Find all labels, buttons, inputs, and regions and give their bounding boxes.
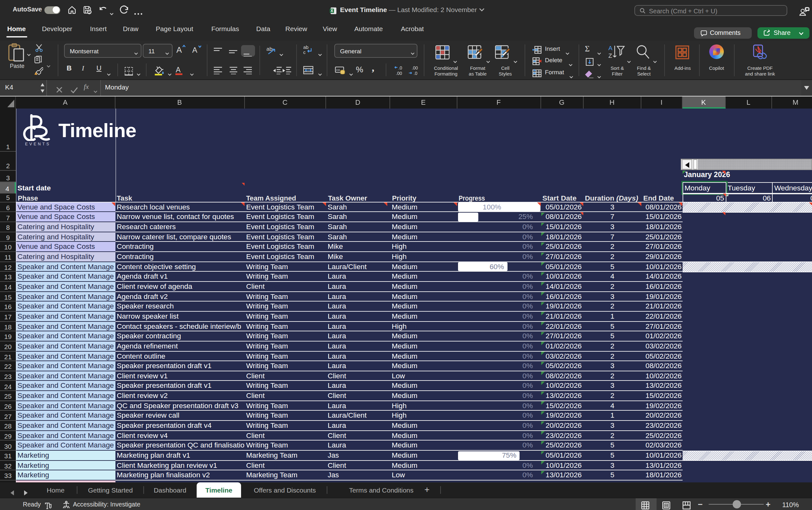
svg-text:Z: Z: [608, 52, 612, 59]
svg-text:.00: .00: [396, 70, 402, 76]
svg-text:X: X: [331, 8, 333, 13]
svg-text:A: A: [192, 46, 197, 54]
svg-text:.0: .0: [398, 65, 402, 70]
svg-text:co: co: [336, 67, 340, 72]
svg-text:c: c: [303, 49, 306, 54]
svg-text:.00: .00: [412, 65, 418, 70]
svg-text:A: A: [176, 65, 181, 74]
svg-text:A: A: [176, 45, 182, 54]
svg-text:.0: .0: [414, 70, 417, 76]
svg-text:A: A: [608, 45, 612, 51]
svg-text:ab: ab: [303, 44, 309, 50]
